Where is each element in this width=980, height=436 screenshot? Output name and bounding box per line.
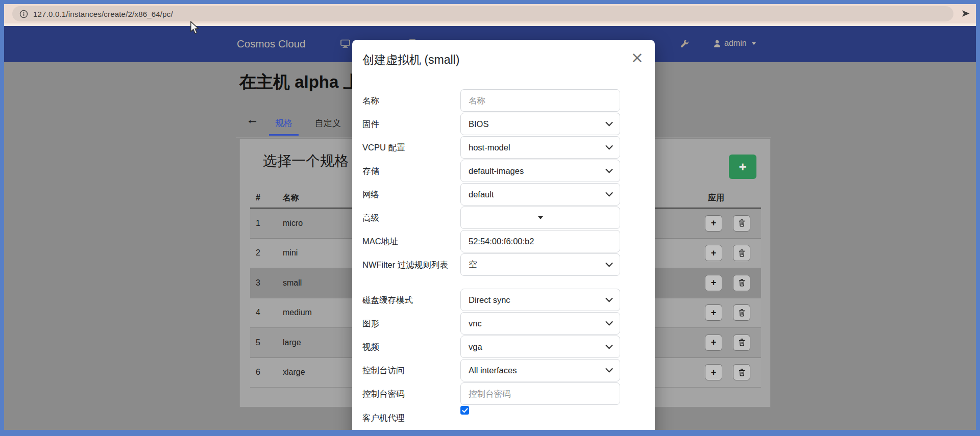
selected-value: 空: [469, 259, 477, 270]
graphics-select[interactable]: vnc: [460, 312, 620, 335]
delete-trash-button[interactable]: [733, 245, 750, 261]
col-header-num: #: [250, 193, 283, 202]
field-label-console-access: 控制台访问: [362, 365, 460, 376]
form-row-guest-agent: 客户机代理: [362, 406, 645, 426]
row-number: 1: [250, 219, 283, 228]
row-actions: +: [705, 245, 761, 261]
row-actions: +: [705, 304, 761, 321]
tab-规格[interactable]: 规格: [268, 111, 300, 137]
row-actions: +: [705, 364, 761, 380]
form-row-video: 视频vga: [362, 336, 645, 358]
add-flavor-button[interactable]: +: [729, 155, 756, 179]
name-input[interactable]: [460, 89, 620, 112]
card-title: 选择一个规格: [263, 151, 349, 171]
form-row-storage: 存储default-images: [362, 160, 645, 182]
form-row-nwfilter: NWFilter 过滤规则列表空: [362, 253, 645, 276]
tab-bar: 规格自定义: [268, 111, 348, 137]
wrench-icon[interactable]: [680, 39, 689, 50]
form-row-disk-cache: 磁盘缓存模式Direct sync: [362, 289, 645, 311]
field-control: [460, 382, 620, 405]
field-control: [460, 89, 620, 112]
apply-plus-button[interactable]: +: [705, 364, 722, 380]
send-arrow-icon[interactable]: [961, 9, 971, 20]
user-icon: [714, 40, 721, 47]
field-label-vcpu-config: VCPU 配置: [362, 142, 460, 153]
create-vm-modal: 创建虚拟机 (small) × 名称固件BIOSVCPU 配置host-mode…: [352, 40, 655, 430]
browser-window: 127.0.0.1/instances/create/2/x86_64/pc/ …: [0, 0, 980, 436]
field-label-console-password: 控制台密码: [362, 388, 460, 400]
back-arrow-button[interactable]: ←: [246, 113, 259, 126]
field-label-video: 视频: [362, 341, 460, 353]
network-select[interactable]: default: [460, 183, 620, 206]
field-control: default-images: [460, 160, 620, 182]
field-control: vnc: [460, 312, 620, 335]
modal-form: 名称固件BIOSVCPU 配置host-model存储default-image…: [352, 75, 655, 426]
modal-title: 创建虚拟机 (small): [362, 52, 459, 68]
field-control: BIOS: [460, 113, 620, 135]
guest-agent-checkbox[interactable]: [460, 406, 469, 415]
firmware-select[interactable]: BIOS: [460, 113, 620, 135]
selected-value: Direct sync: [469, 295, 510, 305]
field-control: default: [460, 183, 620, 206]
user-menu[interactable]: admin: [714, 39, 756, 48]
apply-plus-button[interactable]: +: [705, 304, 722, 321]
field-control: Direct sync: [460, 289, 620, 311]
field-label-firmware: 固件: [362, 118, 460, 130]
apply-plus-button[interactable]: +: [705, 335, 722, 351]
row-number: 4: [250, 308, 283, 317]
video-select[interactable]: vga: [460, 336, 620, 358]
vcpu-config-select[interactable]: host-model: [460, 136, 620, 159]
modal-header: 创建虚拟机 (small) ×: [352, 40, 655, 75]
browser-address-bar: 127.0.0.1/instances/create/2/x86_64/pc/: [4, 4, 976, 23]
row-actions: +: [705, 335, 761, 351]
row-actions: +: [705, 275, 761, 291]
mac-address-input[interactable]: [460, 230, 620, 252]
close-icon[interactable]: ×: [631, 52, 644, 63]
tab-自定义[interactable]: 自定义: [308, 111, 348, 137]
form-row-firmware: 固件BIOS: [362, 113, 645, 135]
form-row-console-access: 控制台访问All interfaces: [362, 359, 645, 381]
form-row-network: 网络default: [362, 183, 645, 206]
selected-value: BIOS: [469, 119, 488, 129]
row-number: 2: [250, 248, 283, 258]
brand-logo[interactable]: Cosmos Cloud: [237, 38, 305, 50]
field-label-graphics: 图形: [362, 318, 460, 329]
delete-trash-button[interactable]: [733, 304, 750, 321]
selected-value: vga: [469, 342, 482, 352]
selected-value: All interfaces: [469, 366, 517, 375]
delete-trash-button[interactable]: [733, 215, 750, 232]
field-control: [460, 207, 620, 229]
viewport: 127.0.0.1/instances/create/2/x86_64/pc/ …: [4, 4, 976, 430]
apply-plus-button[interactable]: +: [705, 215, 722, 232]
delete-trash-button[interactable]: [733, 335, 750, 351]
advanced-dropdown[interactable]: [460, 207, 620, 229]
field-label-network: 网络: [362, 189, 460, 200]
field-label-name: 名称: [362, 95, 460, 107]
field-label-storage: 存储: [362, 165, 460, 177]
form-row-vcpu-config: VCPU 配置host-model: [362, 136, 645, 159]
field-control: 空: [460, 253, 620, 276]
row-actions: +: [705, 215, 761, 232]
selected-value: default-images: [469, 166, 524, 176]
apply-plus-button[interactable]: +: [705, 245, 722, 261]
url-field[interactable]: 127.0.0.1/instances/create/2/x86_64/pc/: [12, 6, 953, 21]
console-access-select[interactable]: All interfaces: [460, 359, 620, 381]
disk-cache-select[interactable]: Direct sync: [460, 289, 620, 311]
field-control: [460, 230, 620, 252]
console-password-input[interactable]: [460, 382, 620, 405]
delete-trash-button[interactable]: [733, 275, 750, 291]
field-control: All interfaces: [460, 359, 620, 381]
field-label-advanced: 高级: [362, 212, 460, 224]
nwfilter-select[interactable]: 空: [460, 253, 620, 276]
page-title: 在主机 alpha 上: [239, 71, 360, 94]
mouse-cursor: [190, 21, 200, 37]
delete-trash-button[interactable]: [733, 364, 750, 380]
selected-value: host-model: [469, 143, 510, 152]
apply-plus-button[interactable]: +: [705, 275, 722, 291]
field-control: host-model: [460, 136, 620, 159]
storage-select[interactable]: default-images: [460, 160, 620, 182]
row-number: 6: [250, 368, 283, 377]
chevron-down-icon: [752, 42, 756, 45]
info-icon[interactable]: [19, 10, 28, 18]
form-row-advanced: 高级: [362, 207, 645, 229]
